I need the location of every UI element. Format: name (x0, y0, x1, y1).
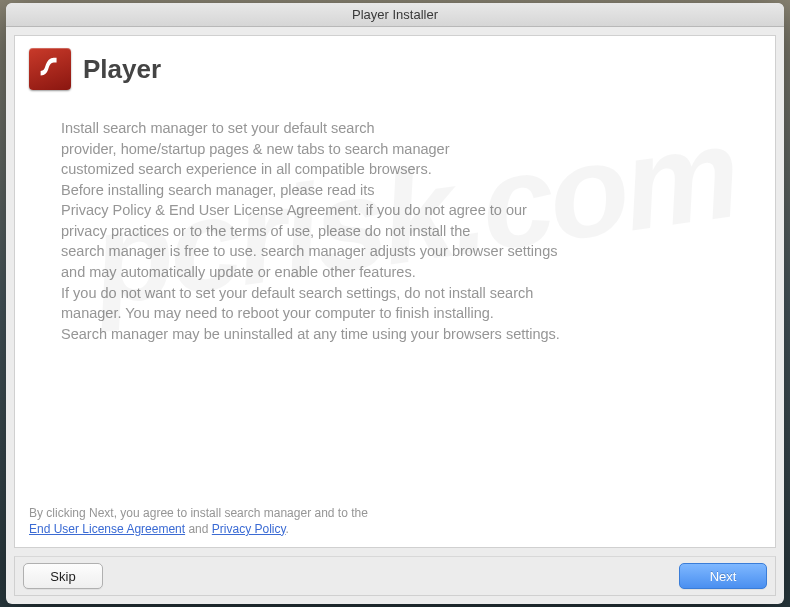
body-line: privacy practices or to the terms of use… (61, 223, 470, 239)
body-line: Before installing search manager, please… (61, 182, 375, 198)
eula-link[interactable]: End User License Agreement (29, 522, 185, 536)
window-title: Player Installer (352, 7, 438, 22)
body-line: and may automatically update or enable o… (61, 264, 416, 280)
titlebar[interactable]: Player Installer (6, 3, 784, 27)
body-line: Privacy Policy & End User License Agreem… (61, 202, 527, 218)
app-name: Player (83, 54, 161, 85)
installer-window: Player Installer pcrisk.com Player Insta… (6, 3, 784, 604)
skip-button[interactable]: Skip (23, 563, 103, 589)
header: Player (15, 36, 775, 118)
body-line: Search manager may be uninstalled at any… (61, 326, 560, 342)
flash-icon (29, 48, 71, 90)
button-bar: Skip Next (14, 556, 776, 596)
disclosure-and: and (185, 522, 212, 536)
body-line: search manager is free to use. search ma… (61, 243, 557, 259)
disclosure-suffix: . (286, 522, 289, 536)
disclosure-text: By clicking Next, you agree to install s… (15, 501, 775, 547)
body-text: Install search manager to set your defau… (15, 118, 775, 344)
disclosure-prefix: By clicking Next, you agree to install s… (29, 506, 368, 520)
body-line: Install search manager to set your defau… (61, 120, 375, 136)
spacer (15, 344, 775, 500)
privacy-link[interactable]: Privacy Policy (212, 522, 286, 536)
body-line: If you do not want to set your default s… (61, 285, 533, 301)
body-line: manager. You may need to reboot your com… (61, 305, 494, 321)
content-pane: pcrisk.com Player Install search manager… (14, 35, 776, 548)
body-line: customized search experience in all comp… (61, 161, 432, 177)
body-line: provider, home/startup pages & new tabs … (61, 141, 450, 157)
next-button[interactable]: Next (679, 563, 767, 589)
